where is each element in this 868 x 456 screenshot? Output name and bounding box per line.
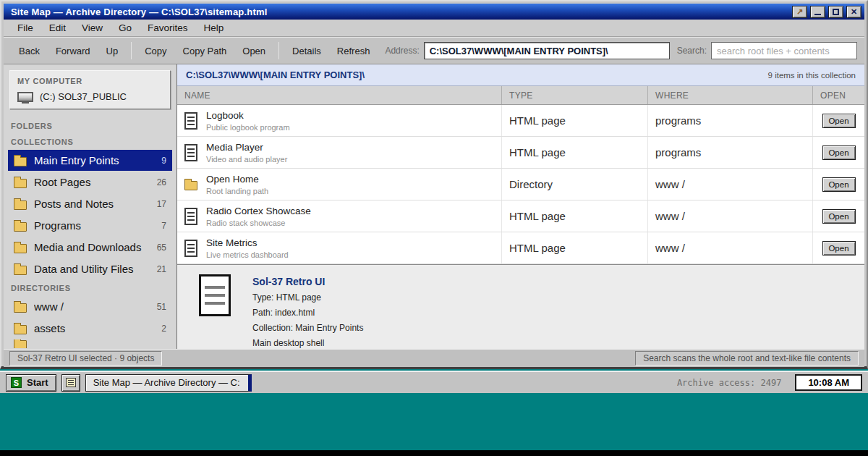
file-where: www / <box>648 210 692 222</box>
address-label: Address: <box>385 46 419 56</box>
copy-path-button[interactable]: Copy Path <box>175 46 235 56</box>
menu-view[interactable]: View <box>74 22 111 33</box>
item-count: 51 <box>157 302 166 312</box>
search-input[interactable] <box>711 42 857 59</box>
folder-icon <box>14 325 27 334</box>
file-where: www / <box>648 242 692 254</box>
sidebar-item-posts-and-notes[interactable]: Posts and Notes 17 <box>8 193 172 214</box>
document-icon <box>184 208 197 225</box>
restore-icon[interactable]: ↗ <box>792 6 807 18</box>
folder-icon <box>184 181 197 190</box>
close-icon[interactable]: ✕ <box>846 6 861 18</box>
folder-icon <box>14 244 27 253</box>
folders-heading: FOLDERS <box>4 118 176 134</box>
sidebar-item-media-and-downloads[interactable]: Media and Downloads 65 <box>8 237 172 258</box>
sidebar-item-clipped[interactable] <box>8 339 172 348</box>
column-header-open[interactable]: OPEN <box>812 86 864 104</box>
file-type: Directory <box>502 178 560 190</box>
sidebar-item-www[interactable]: www / 51 <box>8 296 172 317</box>
back-button[interactable]: Back <box>11 46 48 56</box>
file-type: HTML page <box>502 146 573 159</box>
folder-icon <box>14 266 27 275</box>
file-description: Live metrics dashboard <box>206 250 289 259</box>
refresh-button[interactable]: Refresh <box>329 46 378 56</box>
open-row-button[interactable]: Open <box>822 145 856 160</box>
drive-item[interactable]: (C:) SOL37_PUBLIC <box>17 91 163 102</box>
toolbar: Back Forward Up Copy Copy Path Open Deta… <box>4 37 864 64</box>
detail-note: Main desktop shell <box>252 338 363 348</box>
detail-title: Sol-37 Retro UI <box>252 276 363 287</box>
document-icon <box>184 112 197 130</box>
minimize-icon[interactable] <box>810 6 825 18</box>
desktop: Site Map — Archive Directory — C:\SOL37\… <box>0 0 868 456</box>
forward-button[interactable]: Forward <box>48 46 98 56</box>
file-name: Logbook <box>206 110 290 121</box>
folder-icon <box>14 340 27 348</box>
collections-heading: COLLECTIONS <box>4 134 176 150</box>
detail-panel: Sol-37 Retro UI Type: HTML page Path: in… <box>177 264 864 349</box>
sidebar-item-root-pages[interactable]: Root Pages 26 <box>8 172 172 193</box>
taskbar-clock[interactable]: 10:08 AM <box>795 374 862 391</box>
item-count: 9 <box>161 156 166 166</box>
address-input[interactable] <box>424 42 670 59</box>
item-count: 17 <box>157 199 166 209</box>
start-button[interactable]: S Start <box>6 374 56 392</box>
file-type: HTML page <box>502 114 573 127</box>
path-header: C:\SOL37\WWW\[MAIN ENTRY POINTS]\ 9 item… <box>177 64 864 86</box>
folder-icon <box>14 200 27 210</box>
window-title: Site Map — Archive Directory — C:\SOL37\… <box>11 7 268 17</box>
table-row[interactable]: Radio Cortex Showcase Radio stack showca… <box>177 200 864 232</box>
maximize-icon[interactable] <box>828 6 843 18</box>
details-button[interactable]: Details <box>284 46 329 56</box>
menu-help[interactable]: Help <box>196 22 232 33</box>
open-row-button[interactable]: Open <box>822 209 856 224</box>
copy-button[interactable]: Copy <box>137 46 174 56</box>
current-path: C:\SOL37\WWW\[MAIN ENTRY POINTS]\ <box>186 69 365 80</box>
items-count: 9 items in this collection <box>768 71 856 80</box>
archive-access-counter: Archive access: 2497 <box>677 378 782 388</box>
column-header-type[interactable]: TYPE <box>501 86 647 104</box>
folder-icon <box>14 179 27 188</box>
sidebar-item-assets[interactable]: assets 2 <box>8 318 172 339</box>
sidebar-item-programs[interactable]: Programs 7 <box>8 215 172 236</box>
directories-heading: DIRECTORIES <box>4 280 176 296</box>
item-count: 7 <box>161 221 166 231</box>
table-row[interactable]: Media Player Video and audio player HTML… <box>177 137 864 169</box>
quick-launch-button[interactable] <box>61 374 80 392</box>
file-description: Video and audio player <box>206 155 287 164</box>
menu-favorites[interactable]: Favorites <box>140 22 196 33</box>
taskbar-task-button[interactable]: Site Map — Archive Directory — C: <box>85 374 252 392</box>
table-row[interactable]: Logbook Public logbook program HTML page… <box>177 105 864 137</box>
folder-icon <box>14 303 27 313</box>
sidebar: MY COMPUTER (C:) SOL37_PUBLIC FOLDERS CO… <box>4 64 177 349</box>
item-count: 65 <box>157 242 166 253</box>
up-button[interactable]: Up <box>98 46 127 56</box>
file-where: www / <box>648 178 692 190</box>
file-name: Media Player <box>206 142 287 153</box>
open-row-button[interactable]: Open <box>822 114 856 128</box>
column-header-name[interactable]: NAME <box>177 90 501 101</box>
file-name: Radio Cortex Showcase <box>206 206 311 216</box>
open-row-button[interactable]: Open <box>822 241 856 256</box>
file-description: Root landing path <box>206 187 268 195</box>
table-row[interactable]: Site Metrics Live metrics dashboard HTML… <box>177 232 864 264</box>
status-selection: Sol-37 Retro UI selected · 9 objects <box>9 351 162 366</box>
sidebar-item-data-and-utility-files[interactable]: Data and Utility Files 21 <box>8 258 172 279</box>
window-controls: ↗ ✕ <box>792 6 861 18</box>
menu-file[interactable]: File <box>9 22 41 33</box>
menu-go[interactable]: Go <box>111 22 140 33</box>
open-button[interactable]: Open <box>234 46 273 56</box>
sidebar-item-main-entry-points[interactable]: Main Entry Points 9 <box>8 150 172 171</box>
document-icon <box>184 144 197 161</box>
file-name: Site Metrics <box>206 237 289 248</box>
open-row-button[interactable]: Open <box>822 177 856 192</box>
document-icon-large <box>199 274 231 316</box>
folder-icon <box>14 222 27 232</box>
menu-edit[interactable]: Edit <box>41 22 74 33</box>
file-where: programs <box>648 146 708 159</box>
detail-type: Type: HTML page <box>252 292 363 303</box>
file-type: HTML page <box>502 210 573 222</box>
my-computer-panel: MY COMPUTER (C:) SOL37_PUBLIC <box>9 70 171 109</box>
column-header-where[interactable]: WHERE <box>647 86 812 104</box>
table-row[interactable]: Open Home Root landing path Directory ww… <box>177 169 864 200</box>
